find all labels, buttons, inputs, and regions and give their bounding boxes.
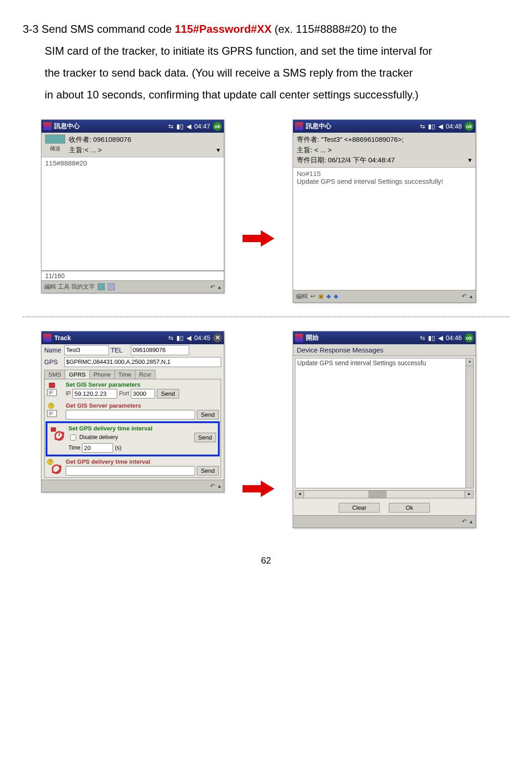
delivery-interval-highlight: Set GPS delivery time interval Disable d… [46,421,220,456]
sip-up-icon[interactable]: ▴ [470,518,473,525]
instr-line4: in about 10 seconds, confirming that upd… [45,84,509,106]
disable-label: Disable delivery [79,434,192,440]
screenshot-row-1: 訊息中心 ⇆ ▮▯ ◀ 04:47 ok 傳送 收件者: 0961089076 … [41,119,509,303]
gps-input[interactable] [64,357,221,367]
bottom-toolbar: 編輯 ↩ ▣ ◆ ◆ ↶ ▴ [293,290,475,302]
start-icon[interactable] [43,122,52,130]
dropdown-icon[interactable]: ▾ [468,155,472,166]
sip-up-icon[interactable]: ▴ [218,482,221,489]
from-label: 寄件者: [297,135,319,143]
recipient-label: 收件者: [69,135,91,143]
ip-input[interactable] [72,389,117,399]
bottom-toolbar: ↶ ▴ [41,480,224,492]
group-title: Get GIS Server parameters [66,402,219,409]
volume-icon: ◀ [186,123,191,130]
ok-button[interactable]: ok [465,122,474,131]
response-textarea[interactable]: Update GPS send interval Settings succes… [295,358,474,488]
get-ip-icon: IP? [46,402,63,419]
name-row: Name TEL [41,344,224,356]
port-input[interactable] [131,389,155,399]
sip-up-icon[interactable]: ▴ [218,284,221,290]
reply-text: Update GPS send interval Settings succes… [297,177,472,185]
send-button[interactable]: Send [157,389,179,399]
tel-input[interactable] [131,345,189,355]
volume-icon: ◀ [186,334,191,342]
system-tray: ⇆ ▮▯ ◀ 04:45 ✕ [168,333,222,342]
titlebar: 開始 ⇆ ▮▯ ◀ 04:46 ok [293,331,475,344]
time-input[interactable] [82,443,113,453]
tab-time[interactable]: Time [114,370,135,379]
start-icon[interactable] [43,334,52,342]
message-body[interactable]: 115#8888#20 [41,157,224,270]
scroll-track[interactable] [304,490,465,498]
sip-up-icon[interactable]: ▴ [470,293,473,300]
ok-button[interactable]: Ok [389,503,430,512]
signal-icon: ▮▯ [428,123,435,130]
bottom-toolbar: 編輯 工具 我的文字 ↶ ▴ [41,280,224,293]
send-label: 傳送 [50,145,61,152]
horizontal-scrollbar[interactable]: ◂ ▸ [295,490,474,498]
instr-line3: the tracker to send back data. (You will… [45,62,509,84]
signal-icon: ▮▯ [428,334,435,342]
message-header: 傳送 收件者: 0961089076 主旨: < ... > ▾ [41,133,224,157]
scroll-left-icon[interactable]: ◂ [295,490,304,498]
undo-icon[interactable]: ↶ [462,293,467,300]
scroll-right-icon[interactable]: ▸ [465,490,474,498]
up-arrow-icon[interactable]: ◆ [326,293,331,300]
input-mode-icon[interactable] [108,283,115,290]
tab-rcvr[interactable]: Rcvr [135,370,155,379]
name-input[interactable] [64,345,109,355]
get-gis-input[interactable] [66,410,195,419]
titlebar: 訊息中心 ⇆ ▮▯ ◀ 04:47 ok [41,120,224,133]
volume-icon: ◀ [438,123,443,130]
undo-icon[interactable]: ↶ [462,518,467,525]
send-button[interactable]: Send [197,410,219,419]
undo-icon[interactable]: ↶ [210,482,215,489]
svg-text:IP: IP [49,411,53,416]
titlebar: Track ⇆ ▮▯ ◀ 04:45 ✕ [41,331,224,344]
svg-marker-13 [243,481,274,497]
tab-phone[interactable]: Phone [89,370,115,379]
sms-text: 115#8888#20 [45,159,87,167]
reply-icon[interactable]: ↩ [310,293,315,300]
down-arrow-icon[interactable]: ◆ [334,293,338,300]
instr-line1-rest: (ex. 115#8888#20) to the [272,23,397,35]
footer-menus[interactable]: 編輯 工具 我的文字 [44,283,95,291]
message-body: No#115 Update GPS send interval Settings… [293,168,475,290]
tab-gprs[interactable]: GPRS [65,370,90,379]
connectivity-icon: ⇆ [420,123,425,130]
undo-icon[interactable]: ↶ [210,284,215,290]
scroll-up-icon[interactable]: ▴ [466,358,473,366]
start-icon[interactable] [295,122,303,130]
titlebar: 訊息中心 ⇆ ▮▯ ◀ 04:48 ok [293,120,475,133]
language-icon[interactable] [98,283,105,290]
clear-button[interactable]: Clear [339,503,380,512]
folder-icon[interactable]: ▣ [318,293,324,300]
dropdown-icon[interactable]: ▾ [217,145,220,155]
tel-label: TEL [111,347,129,354]
footer-menus[interactable]: 編輯 [296,292,308,300]
system-tray: ⇆ ▮▯ ◀ 04:48 ok [420,122,474,131]
recipient-value[interactable]: 0961089076 [93,135,131,143]
ok-button[interactable]: ok [213,122,222,131]
start-icon[interactable] [295,334,303,342]
vertical-scrollbar[interactable]: ▴ [465,358,473,488]
get-interval-input[interactable] [66,466,195,476]
group-title: Set GPS delivery time interval [68,425,216,432]
send-button[interactable]: Send [194,433,216,442]
page-number: 62 [23,555,509,566]
tab-sms[interactable]: SMS [44,370,65,379]
bottom-toolbar: ↶ ▴ [293,515,475,528]
disable-delivery-checkbox[interactable] [70,435,76,440]
get-timer-icon: ? [46,458,63,475]
send-button[interactable]: 傳送 [45,135,65,153]
instr-prefix: 3-3 Send SMS command code [23,23,175,35]
scroll-thumb[interactable] [368,491,387,498]
clock: 04:48 [446,123,462,130]
ok-button[interactable]: ok [465,333,474,342]
name-label: Name [44,347,62,354]
subject-value[interactable]: < ... > [84,145,217,155]
close-button[interactable]: ✕ [213,333,222,342]
app-title: 訊息中心 [54,122,168,130]
send-button[interactable]: Send [197,466,219,476]
